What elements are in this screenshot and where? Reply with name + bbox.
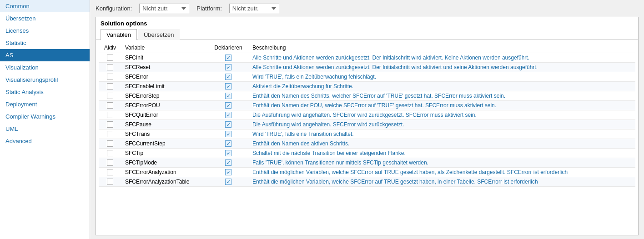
aktiv-checkbox-13[interactable] [107, 179, 113, 185]
sidebar-item-licenses[interactable]: Licenses [0, 25, 90, 37]
beschreibung-text: Enthält die möglichen Variablen, welche … [249, 168, 635, 177]
deklarieren-checkbox-9[interactable]: ✓ [225, 140, 231, 147]
deklarieren-checkbox-4[interactable]: ✓ [225, 93, 231, 99]
sidebar-item-as[interactable]: AS [0, 49, 90, 61]
table-row: SFCInit✓Alle Schritte und Aktionen werde… [99, 53, 635, 63]
variable-name: SFCTip [121, 149, 208, 158]
table-row: SFCQuitError✓Die Ausführung wird angehal… [99, 110, 635, 120]
aktiv-checkbox-5[interactable] [107, 102, 113, 109]
variable-name: SFCQuitError [121, 110, 208, 120]
table-row: SFCErrorAnalyzation✓Enthält die mögliche… [99, 168, 635, 177]
sidebar-item-ubersetzen[interactable]: Übersetzen [0, 12, 90, 25]
deklarieren-checkbox-1[interactable]: ✓ [225, 64, 231, 70]
variable-name: SFCTipMode [121, 158, 208, 168]
sidebar-item-common[interactable]: Common [0, 0, 90, 12]
table-row: SFCTipMode✓Falls 'TRUE', können Transiti… [99, 158, 635, 168]
col-header-variable: Variable [121, 43, 208, 53]
deklarieren-checkbox-13[interactable]: ✓ [225, 179, 231, 185]
table-row: SFCReset✓Alle Schritte und Aktionen werd… [99, 63, 635, 72]
konfiguration-select-wrapper: Nicht zutr. [139, 4, 189, 13]
sidebar-item-uml[interactable]: UML [0, 123, 90, 135]
sidebar: CommonÜbersetzenLicensesStatisticASVisua… [0, 0, 90, 239]
col-header-beschreibung: Beschreibung [249, 43, 635, 53]
main-content: Konfiguration: Nicht zutr. Plattform: Ni… [90, 0, 644, 239]
solution-panel: Solution options Variablen Übersetzen Ak… [96, 17, 639, 235]
plattform-label: Plattform: [196, 5, 222, 12]
variable-name: SFCEnableLimit [121, 82, 208, 91]
variables-table: Aktiv Variable Deklarieren Beschreibung … [99, 43, 635, 187]
variable-name: SFCPause [121, 120, 208, 129]
beschreibung-text: Alle Schritte und Aktionen werden zurück… [249, 63, 635, 72]
konfiguration-select[interactable]: Nicht zutr. [139, 4, 189, 13]
deklarieren-checkbox-5[interactable]: ✓ [225, 102, 231, 109]
sidebar-item-compiler-warnings[interactable]: Compiler Warnings [0, 110, 90, 123]
aktiv-checkbox-6[interactable] [107, 112, 113, 118]
tab-ubersetzen[interactable]: Übersetzen [138, 29, 180, 40]
table-row: SFCError✓Wird 'TRUE', falls ein Zeitüber… [99, 72, 635, 82]
aktiv-checkbox-9[interactable] [107, 140, 113, 147]
deklarieren-checkbox-3[interactable]: ✓ [225, 83, 231, 90]
table-row: SFCCurrentStep✓Enthält den Namen des akt… [99, 139, 635, 149]
table-row: SFCErrorPOU✓Enthält den Namen der POU, w… [99, 101, 635, 110]
deklarieren-checkbox-8[interactable]: ✓ [225, 131, 231, 137]
konfiguration-label: Konfiguration: [96, 5, 132, 12]
variable-name: SFCErrorAnalyzation [121, 168, 208, 177]
tabs: Variablen Übersetzen [96, 29, 638, 40]
aktiv-checkbox-10[interactable] [107, 150, 113, 156]
aktiv-checkbox-4[interactable] [107, 93, 113, 99]
table-row: SFCTip✓Schaltet mit die nächste Transiti… [99, 149, 635, 158]
deklarieren-checkbox-12[interactable]: ✓ [225, 169, 231, 175]
aktiv-checkbox-0[interactable] [107, 55, 113, 61]
sidebar-item-visualization[interactable]: Visualization [0, 61, 90, 74]
deklarieren-checkbox-0[interactable]: ✓ [225, 55, 231, 61]
col-header-aktiv: Aktiv [99, 43, 121, 53]
aktiv-checkbox-3[interactable] [107, 83, 113, 90]
beschreibung-text: Schaltet mit die nächste Transition bei … [249, 149, 635, 158]
table-row: SFCErrorStep✓Enthält den Namen des Schri… [99, 91, 635, 101]
beschreibung-text: Wird 'TRUE', falls ein Zeitüberwachung f… [249, 72, 635, 82]
beschreibung-text: Enthält den Namen der POU, welche SFCErr… [249, 101, 635, 110]
sidebar-item-static-analysis[interactable]: Static Analysis [0, 86, 90, 98]
aktiv-checkbox-7[interactable] [107, 121, 113, 128]
sidebar-item-statistic[interactable]: Statistic [0, 37, 90, 49]
deklarieren-checkbox-11[interactable]: ✓ [225, 159, 231, 166]
aktiv-checkbox-12[interactable] [107, 169, 113, 175]
sidebar-item-deployment[interactable]: Deployment [0, 98, 90, 110]
solution-title: Solution options [96, 17, 638, 29]
table-container: Aktiv Variable Deklarieren Beschreibung … [96, 40, 638, 235]
beschreibung-text: Enthält die möglichen Variablen, welche … [249, 177, 635, 187]
aktiv-checkbox-8[interactable] [107, 131, 113, 137]
beschreibung-text: Die Ausführung wird angehalten. SFCError… [249, 120, 635, 129]
table-row: SFCEnableLimit✓Aktiviert die Zeitüberwac… [99, 82, 635, 91]
beschreibung-text: Falls 'TRUE', können Transitionen nur mi… [249, 158, 635, 168]
beschreibung-text: Aktiviert die Zeitüberwachung für Schrit… [249, 82, 635, 91]
beschreibung-text: Enthält den Namen des Schritts, welcher … [249, 91, 635, 101]
col-header-deklarieren: Deklarieren [208, 43, 249, 53]
beschreibung-text: Alle Schritte und Aktionen werden zurück… [249, 53, 635, 63]
beschreibung-text: Wird 'TRUE', falls eine Transition schal… [249, 129, 635, 139]
top-bar: Konfiguration: Nicht zutr. Plattform: Ni… [96, 4, 639, 13]
aktiv-checkbox-11[interactable] [107, 159, 113, 166]
deklarieren-checkbox-6[interactable]: ✓ [225, 112, 231, 118]
sidebar-item-advanced[interactable]: Advanced [0, 135, 90, 147]
variable-name: SFCErrorPOU [121, 101, 208, 110]
beschreibung-text: Enthält den Namen des aktiven Schritts. [249, 139, 635, 149]
deklarieren-checkbox-7[interactable]: ✓ [225, 121, 231, 128]
variable-name: SFCError [121, 72, 208, 82]
aktiv-checkbox-2[interactable] [107, 74, 113, 80]
deklarieren-checkbox-2[interactable]: ✓ [225, 74, 231, 80]
table-row: SFCPause✓Die Ausführung wird angehalten.… [99, 120, 635, 129]
variable-name: SFCCurrentStep [121, 139, 208, 149]
deklarieren-checkbox-10[interactable]: ✓ [225, 150, 231, 156]
variable-name: SFCErrorStep [121, 91, 208, 101]
table-row: SFCTrans✓Wird 'TRUE', falls eine Transit… [99, 129, 635, 139]
aktiv-checkbox-1[interactable] [107, 64, 113, 70]
plattform-select[interactable]: Nicht zutr. [229, 4, 279, 13]
variable-name: SFCReset [121, 63, 208, 72]
variable-name: SFCTrans [121, 129, 208, 139]
tab-variablen[interactable]: Variablen [101, 29, 137, 40]
plattform-select-wrapper: Nicht zutr. [229, 4, 279, 13]
variable-name: SFCErrorAnalyzationTable [121, 177, 208, 187]
sidebar-item-visualisierungsprofil[interactable]: Visualisierungsprofil [0, 74, 90, 86]
variable-name: SFCInit [121, 53, 208, 63]
